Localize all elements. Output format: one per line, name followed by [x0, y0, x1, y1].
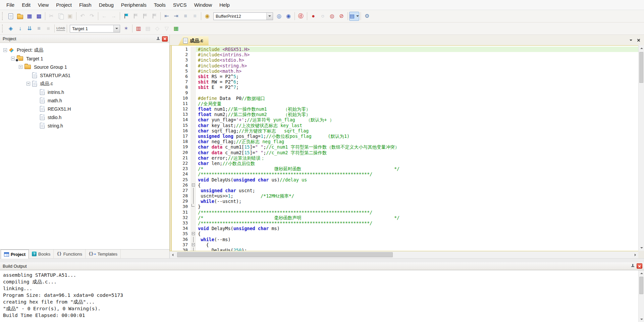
tree-item-regx51-h[interactable]: REGX51.H [1, 105, 169, 113]
fold-margin[interactable] [191, 182, 196, 188]
tree-item-math-h[interactable]: math.h [1, 96, 169, 105]
pin-icon[interactable] [155, 36, 161, 42]
code-text[interactable]: while(--ms) [196, 237, 638, 242]
new-file-button[interactable] [6, 12, 15, 21]
expander-icon[interactable] [26, 82, 30, 86]
code-text[interactable]: unsigned long pos_flag=1;//小数位权pos_flag … [196, 133, 638, 139]
code-text[interactable]: char neg_flag;//正负标志 neg_flag [196, 139, 638, 144]
code-text[interactable]: { [196, 231, 638, 236]
code-text[interactable]: float num2;//第二操作数num2 （初始为零） [196, 112, 638, 117]
code-text[interactable]: char key_last;//上次按键状态标志 key_last [196, 123, 638, 128]
uncomment-selection-button[interactable]: ≡ [190, 12, 200, 21]
tab-books[interactable]: ?Books [29, 250, 54, 258]
tab-project[interactable]: Project [1, 250, 29, 259]
scroll-up-icon[interactable] [639, 45, 644, 51]
target-combo-dropdown-icon[interactable] [113, 25, 120, 32]
translate-file-button[interactable]: ◈ [6, 24, 15, 33]
scroll-thumb[interactable] [639, 52, 643, 83]
code-text[interactable]: float num1;//第一操作数num1 （初始为零） [196, 106, 638, 112]
tree-item--c[interactable]: 成品.c [1, 79, 169, 88]
horizontal-splitter[interactable] [0, 258, 644, 262]
expander-icon[interactable] [3, 48, 7, 52]
toolbar-grip[interactable] [2, 24, 5, 33]
editor-horizontal-scrollbar[interactable] [170, 251, 638, 258]
open-file-button[interactable] [15, 12, 25, 21]
incremental-find-button[interactable]: ◉ [284, 12, 293, 21]
start-stop-debug-button[interactable]: ⓓ [296, 12, 306, 21]
kill-all-breakpoints-button[interactable]: ⊘ [337, 12, 346, 21]
fold-collapse-icon[interactable] [192, 232, 195, 235]
fold-margin[interactable] [191, 231, 196, 236]
code-text[interactable]: { [196, 242, 638, 248]
unindent-button[interactable]: ⇤ [162, 12, 171, 21]
toolbar-grip[interactable] [2, 12, 5, 20]
code-editor[interactable]: 1#include <REGX51.H>2#include<intrins.h>… [170, 45, 638, 258]
tab-list-dropdown-icon[interactable] [628, 38, 634, 43]
code-text[interactable]: sbit RS = P2^5; [196, 74, 638, 79]
menu-window[interactable]: Window [191, 1, 216, 9]
code-text[interactable]: unsigned char uscnt; [196, 188, 638, 193]
expander-icon[interactable] [19, 65, 22, 69]
code-text[interactable]: void DelayMs(unsigned char ms) [196, 226, 638, 231]
close-panel-button[interactable] [637, 263, 642, 269]
close-panel-button[interactable] [162, 36, 168, 42]
build-target-button[interactable]: ↓ [15, 24, 25, 33]
show-windows-dropdown-icon[interactable] [356, 15, 359, 18]
configure-button[interactable]: ⚙ [362, 12, 372, 21]
code-text[interactable]: #include<string.h> [196, 63, 638, 68]
scroll-down-icon[interactable] [639, 245, 644, 251]
tab-templates[interactable]: {}→Templates [86, 250, 121, 258]
enable-breakpoint-button[interactable]: ○ [318, 12, 327, 21]
fold-collapse-icon[interactable] [192, 183, 195, 186]
show-windows-button[interactable]: ▤ [349, 12, 359, 21]
code-text[interactable]: #include <REGX51.H> [196, 47, 638, 52]
code-text[interactable]: char len;//小数点后位数 [196, 161, 638, 166]
find-button[interactable]: ◎ [274, 12, 284, 21]
code-text[interactable]: //全局变量 [196, 101, 638, 106]
tree-item-source-group-1[interactable]: Source Group 1 [1, 63, 169, 71]
code-text[interactable]: void DelayUs(unsigned char us)//delay us [196, 177, 638, 182]
search-combo-dropdown-icon[interactable] [266, 13, 273, 20]
bookmark-toggle-button[interactable] [121, 12, 131, 21]
code-text[interactable]: } [196, 204, 638, 209]
editor-vertical-scrollbar[interactable] [638, 45, 644, 251]
tab-functions[interactable]: {}Functions [54, 250, 86, 258]
code-text[interactable]: char data c_num1[15]=" ";//c_num1 字符型第一操… [196, 144, 638, 150]
indent-button[interactable]: ⇥ [171, 12, 181, 21]
disable-all-breakpoints-button[interactable]: ◍ [327, 12, 337, 21]
code-text[interactable]: /* 微秒延时函数 */ [196, 166, 638, 171]
code-text[interactable]: /***************************************… [196, 210, 638, 215]
tree-item-stdio-h[interactable]: stdio.h [1, 113, 169, 121]
code-text[interactable]: sbit RW = P2^6; [196, 79, 638, 85]
expander-icon[interactable] [11, 57, 15, 60]
code-lines[interactable]: 1#include <REGX51.H>2#include<intrins.h>… [172, 46, 638, 258]
code-text[interactable]: #include<intrins.h> [196, 52, 638, 57]
code-text[interactable]: char error;//运算法则错误； [196, 155, 638, 161]
menu-file[interactable]: File [3, 1, 18, 9]
pin-icon[interactable] [630, 263, 635, 269]
close-tab-icon[interactable] [636, 38, 641, 43]
menu-tools[interactable]: Tools [150, 1, 169, 9]
code-text[interactable]: #define Data P0//数据端口 [196, 96, 638, 101]
code-text[interactable]: #include<stdio.h> [196, 57, 638, 63]
code-text[interactable]: char sqrt_flag;//开方键按下标志 sqrt_flag [196, 128, 638, 133]
scroll-thumb[interactable] [639, 277, 643, 294]
download-flash-button[interactable]: LOAD [56, 24, 65, 33]
scroll-down-icon[interactable] [639, 317, 644, 322]
tree-item-string-h[interactable]: string.h [1, 121, 169, 130]
scroll-up-icon[interactable] [639, 270, 644, 276]
insert-breakpoint-button[interactable]: ● [309, 12, 318, 21]
menu-edit[interactable]: Edit [18, 1, 34, 9]
menu-view[interactable]: View [34, 1, 52, 9]
code-text[interactable]: char yun_flag='+';//运算符号 yun_flag （默认为+ … [196, 117, 638, 122]
options-for-target-button[interactable]: ✶ [121, 24, 131, 33]
menu-flash[interactable]: Flash [75, 1, 95, 9]
code-text[interactable]: #include<math.h> [196, 68, 638, 74]
save-button[interactable]: ▦ [25, 12, 34, 21]
fold-margin[interactable] [191, 242, 196, 248]
code-text[interactable] [196, 90, 638, 96]
menu-help[interactable]: Help [216, 1, 233, 9]
code-text[interactable]: { [196, 182, 638, 188]
menu-peripherals[interactable]: Peripherals [117, 1, 150, 9]
code-text[interactable]: /***************************************… [196, 220, 638, 226]
